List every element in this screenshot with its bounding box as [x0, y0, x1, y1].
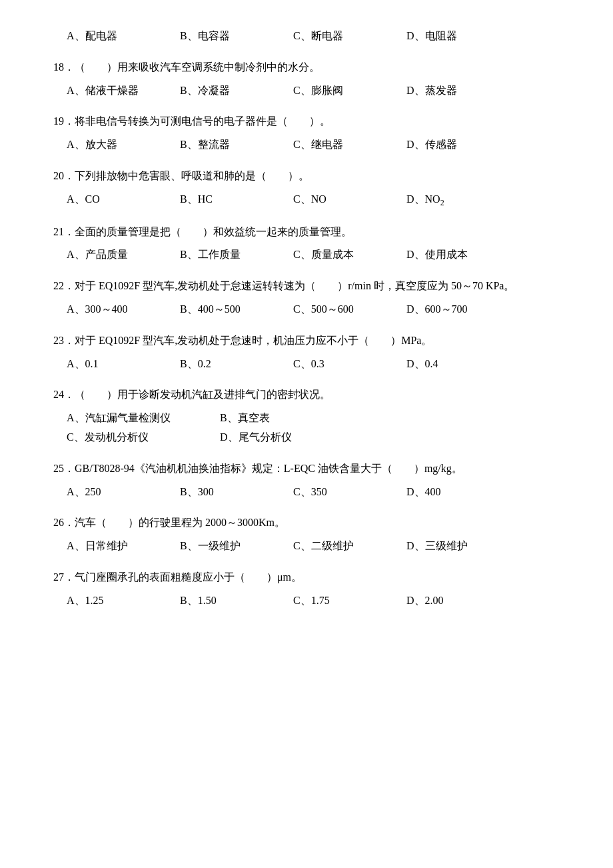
- question-27: 27．气门座圈承孔的表面粗糙度应小于（ ）μm。 A、1.25 B、1.50 C…: [53, 568, 560, 611]
- option-a: A、放大器: [67, 135, 173, 155]
- option-a: A、0.1: [67, 355, 173, 374]
- option-a: A、配电器: [67, 27, 173, 46]
- options-row: A、放大器 B、整流器 C、继电器 D、传感器: [67, 135, 560, 155]
- option-c: C、断电器: [293, 27, 400, 46]
- options-row-2: C、发动机分析仪 D、尾气分析仪: [67, 428, 560, 447]
- option-d: D、蒸发器: [406, 81, 513, 101]
- options-row: A、300～400 B、400～500 C、500～600 D、600～700: [67, 300, 560, 319]
- question-text: 20．下列排放物中危害眼、呼吸道和肺的是（ ）。: [53, 167, 560, 186]
- options-row-1: A、汽缸漏气量检测仪 B、真空表: [67, 409, 560, 428]
- option-b: B、一级维护: [180, 537, 287, 556]
- option-b: B、整流器: [180, 135, 287, 155]
- question-text: 23．对于 EQ1092F 型汽车,发动机处于怠速时，机油压力应不小于（ ）MP…: [53, 331, 560, 351]
- option-a: A、CO: [67, 190, 173, 211]
- option-a: A、日常维护: [67, 537, 173, 556]
- option-d: D、电阻器: [406, 27, 513, 46]
- option-c: C、二级维护: [293, 537, 400, 556]
- question-text: 19．将非电信号转换为可测电信号的电子器件是（ ）。: [53, 112, 560, 131]
- option-c: C、350: [293, 483, 400, 502]
- option-b: B、HC: [180, 190, 287, 211]
- option-d: D、400: [406, 483, 513, 502]
- option-b: B、400～500: [180, 300, 287, 319]
- option-b: B、工作质量: [180, 245, 287, 265]
- option-a: A、储液干燥器: [67, 81, 173, 101]
- option-d: D、0.4: [406, 355, 513, 374]
- options-row: A、0.1 B、0.2 C、0.3 D、0.4: [67, 355, 560, 374]
- option-b: B、冷凝器: [180, 81, 287, 101]
- option-b: B、电容器: [180, 27, 287, 46]
- option-d: D、三级维护: [406, 537, 513, 556]
- question-text: 25．GB/T8028-94《汽油机机油换油指标》规定：L-EQC 油铁含量大于…: [53, 459, 560, 479]
- question-text: 27．气门座圈承孔的表面粗糙度应小于（ ）μm。: [53, 568, 560, 587]
- option-c: C、发动机分析仪: [67, 428, 213, 447]
- option-c: C、膨胀阀: [293, 81, 400, 101]
- option-d: D、NO2: [406, 190, 513, 211]
- option-c: C、500～600: [293, 300, 400, 319]
- option-a: A、300～400: [67, 300, 173, 319]
- question-26: 26．汽车（ ）的行驶里程为 2000～3000Km。 A、日常维护 B、一级维…: [53, 513, 560, 556]
- options-row: A、1.25 B、1.50 C、1.75 D、2.00: [67, 591, 560, 611]
- question-text: 21．全面的质量管理是把（ ）和效益统一起来的质量管理。: [53, 223, 560, 242]
- option-c: C、NO: [293, 190, 400, 211]
- options-row: A、储液干燥器 B、冷凝器 C、膨胀阀 D、蒸发器: [67, 81, 560, 101]
- question-20: 20．下列排放物中危害眼、呼吸道和肺的是（ ）。 A、CO B、HC C、NO …: [53, 167, 560, 211]
- question-21: 21．全面的质量管理是把（ ）和效益统一起来的质量管理。 A、产品质量 B、工作…: [53, 223, 560, 265]
- options-row: A、日常维护 B、一级维护 C、二级维护 D、三级维护: [67, 537, 560, 556]
- options-row: A、配电器 B、电容器 C、断电器 D、电阻器: [67, 27, 560, 46]
- option-d: D、600～700: [406, 300, 513, 319]
- option-c: C、1.75: [293, 591, 400, 611]
- option-b: B、300: [180, 483, 287, 502]
- option-c: C、继电器: [293, 135, 400, 155]
- options-row: A、250 B、300 C、350 D、400: [67, 483, 560, 502]
- option-b: B、真空表: [220, 409, 326, 428]
- option-d: D、传感器: [406, 135, 513, 155]
- question-23: 23．对于 EQ1092F 型汽车,发动机处于怠速时，机油压力应不小于（ ）MP…: [53, 331, 560, 374]
- option-a: A、250: [67, 483, 173, 502]
- question-18: 18．（ ）用来吸收汽车空调系统中制冷剂中的水分。 A、储液干燥器 B、冷凝器 …: [53, 58, 560, 101]
- option-a: A、1.25: [67, 591, 173, 611]
- option-c: C、0.3: [293, 355, 400, 374]
- options-row: A、CO B、HC C、NO D、NO2: [67, 190, 560, 211]
- question-17-options: A、配电器 B、电容器 C、断电器 D、电阻器: [53, 27, 560, 46]
- option-b: B、1.50: [180, 591, 287, 611]
- question-25: 25．GB/T8028-94《汽油机机油换油指标》规定：L-EQC 油铁含量大于…: [53, 459, 560, 502]
- question-text: 24．（ ）用于诊断发动机汽缸及进排气门的密封状况。: [53, 385, 560, 405]
- options-col: A、汽缸漏气量检测仪 B、真空表 C、发动机分析仪 D、尾气分析仪: [67, 409, 560, 447]
- question-19: 19．将非电信号转换为可测电信号的电子器件是（ ）。 A、放大器 B、整流器 C…: [53, 112, 560, 155]
- question-24: 24．（ ）用于诊断发动机汽缸及进排气门的密封状况。 A、汽缸漏气量检测仪 B、…: [53, 385, 560, 447]
- question-text: 26．汽车（ ）的行驶里程为 2000～3000Km。: [53, 513, 560, 533]
- question-text: 22．对于 EQ1092F 型汽车,发动机处于怠速运转转速为（ ）r/min 时…: [53, 277, 560, 296]
- option-b: B、0.2: [180, 355, 287, 374]
- option-a: A、产品质量: [67, 245, 173, 265]
- option-c: C、质量成本: [293, 245, 400, 265]
- option-d: D、使用成本: [406, 245, 513, 265]
- option-d: D、2.00: [406, 591, 513, 611]
- options-row: A、产品质量 B、工作质量 C、质量成本 D、使用成本: [67, 245, 560, 265]
- question-22: 22．对于 EQ1092F 型汽车,发动机处于怠速运转转速为（ ）r/min 时…: [53, 277, 560, 319]
- option-a: A、汽缸漏气量检测仪: [67, 409, 213, 428]
- option-d: D、尾气分析仪: [220, 428, 326, 447]
- question-text: 18．（ ）用来吸收汽车空调系统中制冷剂中的水分。: [53, 58, 560, 77]
